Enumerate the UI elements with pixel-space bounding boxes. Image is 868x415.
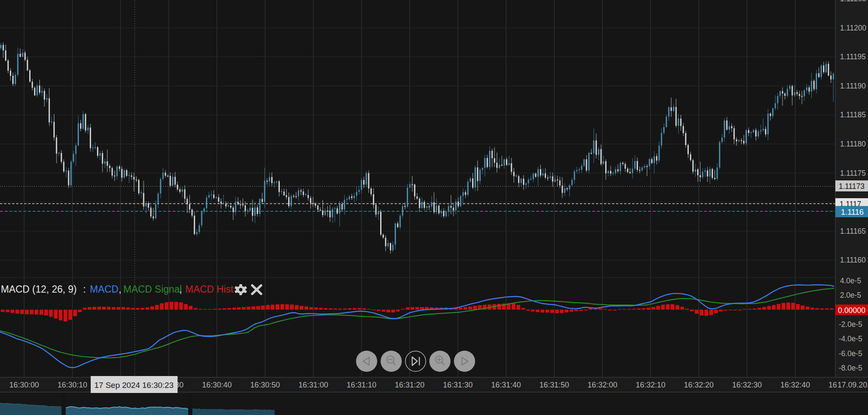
- svg-text:16:31:20: 16:31:20: [395, 381, 425, 389]
- svg-text:MACD Hist: MACD Hist: [185, 284, 234, 295]
- svg-text:-4.0e-5: -4.0e-5: [839, 335, 862, 343]
- svg-text:16:30:40: 16:30:40: [202, 381, 232, 389]
- svg-text:17.09.2024: 17.09.2024: [837, 381, 868, 389]
- svg-text:16:31:50: 16:31:50: [540, 381, 569, 389]
- svg-text:1.11200: 1.11200: [840, 24, 866, 32]
- svg-text:16:32:40: 16:32:40: [780, 381, 810, 389]
- svg-text:16:31:30: 16:31:30: [443, 381, 473, 389]
- svg-text:16:30:50: 16:30:50: [250, 381, 280, 389]
- svg-text:2.0e-5: 2.0e-5: [840, 291, 861, 299]
- svg-text:1.11190: 1.11190: [840, 82, 866, 90]
- svg-text:1.11205: 1.11205: [840, 0, 866, 3]
- svg-text:17 Sep 2024 16:30:23: 17 Sep 2024 16:30:23: [94, 381, 173, 390]
- svg-text:1.11185: 1.11185: [840, 111, 866, 119]
- svg-text:1.1116: 1.1116: [841, 208, 864, 216]
- svg-text:1.11173: 1.11173: [839, 182, 865, 191]
- svg-text:0.00000: 0.00000: [838, 306, 865, 315]
- svg-text:MACD: MACD: [90, 284, 119, 295]
- svg-text:1.11165: 1.11165: [840, 227, 866, 235]
- svg-text:16:31:00: 16:31:00: [298, 381, 328, 389]
- svg-text:1.11160: 1.11160: [840, 256, 866, 264]
- svg-text:MACD Signal: MACD Signal: [123, 284, 182, 295]
- svg-text:4.0e-5: 4.0e-5: [840, 277, 861, 285]
- svg-text:-8.0e-5: -8.0e-5: [839, 364, 862, 372]
- svg-text:16:30:00: 16:30:00: [9, 381, 39, 389]
- svg-text:1.11180: 1.11180: [840, 140, 866, 148]
- svg-text:1.11175: 1.11175: [840, 169, 866, 177]
- svg-text:,: ,: [119, 284, 121, 295]
- svg-text:16:32:10: 16:32:10: [636, 381, 665, 389]
- svg-text:-6.0e-5: -6.0e-5: [839, 349, 862, 358]
- svg-text:16:31:40: 16:31:40: [491, 381, 521, 389]
- svg-text:16:30:10: 16:30:10: [58, 381, 87, 389]
- svg-text:MACD (12, 26, 9): MACD (12, 26, 9): [1, 284, 77, 295]
- svg-text:16:32:20: 16:32:20: [684, 381, 714, 389]
- svg-text:-2.0e-5: -2.0e-5: [839, 320, 862, 329]
- svg-text:16:31:10: 16:31:10: [347, 381, 376, 389]
- svg-text::: :: [83, 284, 86, 295]
- svg-text:16:32:30: 16:32:30: [732, 381, 762, 389]
- svg-text:,: ,: [179, 284, 182, 295]
- svg-text:1.11195: 1.11195: [840, 53, 866, 61]
- svg-text:16:32:00: 16:32:00: [587, 381, 617, 389]
